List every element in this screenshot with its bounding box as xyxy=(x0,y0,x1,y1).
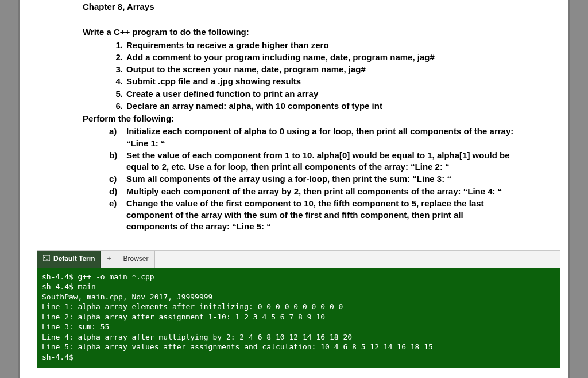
list-text: Set the value of each component from 1 t… xyxy=(126,150,510,172)
numbered-list: 1.Requirements to receive a grade higher… xyxy=(37,40,551,112)
chapter-title: Chapter 8, Arrays xyxy=(37,0,551,13)
terminal-line: Line 3: sum: 55 xyxy=(42,322,109,331)
list-item: 4.Submit .cpp file and a .jpg showing re… xyxy=(111,76,551,87)
terminal-output[interactable]: sh-4.4$ g++ -o main *.cpp sh-4.4$ main S… xyxy=(37,268,560,368)
list-text: Change the value of the first component … xyxy=(126,198,484,232)
list-text: Requirements to receive a grade higher t… xyxy=(126,40,329,50)
terminal-line: sh-4.4$ xyxy=(42,353,74,361)
list-text: Submit .cpp file and a .jpg showing resu… xyxy=(126,76,301,86)
perform-heading: Perform the following: xyxy=(37,113,551,124)
terminal-line: Line 1: alpha array elements after inita… xyxy=(42,302,343,311)
tab-label: Default Term xyxy=(53,254,95,263)
plus-icon: + xyxy=(107,254,111,263)
list-marker: 3. xyxy=(111,64,123,75)
tab-label: Browser xyxy=(123,254,148,263)
list-text: Declare an array named: alpha, with 10 c… xyxy=(126,101,382,111)
terminal-line: sh-4.4$ main xyxy=(42,282,96,291)
terminal-window: Default Term + Browser sh-4.4$ g++ -o ma… xyxy=(37,250,560,369)
list-text: Multiply each component of the array by … xyxy=(126,186,502,196)
tab-browser[interactable]: Browser xyxy=(117,251,154,268)
list-marker: 6. xyxy=(111,100,123,112)
list-text: Initialize each component of alpha to 0 … xyxy=(126,126,513,147)
list-marker: 2. xyxy=(111,52,123,63)
list-item: d)Multiply each component of the array b… xyxy=(99,186,517,197)
list-item: 3.Output to the screen your name, date, … xyxy=(111,64,551,75)
terminal-line: Line 2: alpha array after assignment 1-1… xyxy=(42,313,325,321)
tab-add-button[interactable]: + xyxy=(101,251,117,268)
lettered-list: a)Initialize each component of alpha to … xyxy=(37,126,551,232)
terminal-line: sh-4.4$ g++ -o main *.cpp xyxy=(42,272,154,281)
list-marker: e) xyxy=(109,198,117,209)
tab-default-term[interactable]: Default Term xyxy=(37,251,101,268)
terminal-line: Line 5: alpha array values after assignm… xyxy=(42,342,433,351)
list-item: 6.Declare an array named: alpha, with 10… xyxy=(111,100,551,112)
list-item: e)Change the value of the first componen… xyxy=(99,198,517,233)
list-marker: c) xyxy=(109,173,117,185)
list-text: Sum all components of the array using a … xyxy=(126,174,451,184)
list-text: Add a comment to your program including … xyxy=(126,52,435,62)
terminal-line: Line 4: alpha array after multiplying by… xyxy=(42,333,352,341)
list-item: 5.Create a user defined function to prin… xyxy=(111,88,551,100)
list-item: c)Sum all components of the array using … xyxy=(99,173,517,185)
list-item: 2.Add a comment to your program includin… xyxy=(111,52,551,63)
list-text: Create a user defined function to print … xyxy=(126,89,318,99)
list-item: a)Initialize each component of alpha to … xyxy=(99,126,517,149)
list-marker: 1. xyxy=(111,40,123,51)
terminal-line: SouthPaw, main.cpp, Nov 2017, J9999999 xyxy=(42,293,212,301)
svg-rect-0 xyxy=(43,255,50,261)
terminal-tab-bar: Default Term + Browser xyxy=(37,251,560,268)
terminal-icon xyxy=(43,255,50,263)
list-marker: a) xyxy=(109,126,117,137)
list-marker: d) xyxy=(109,186,117,197)
list-item: 1.Requirements to receive a grade higher… xyxy=(111,40,551,51)
list-marker: 5. xyxy=(111,88,123,100)
list-marker: 4. xyxy=(111,76,123,87)
document-page: Chapter 8, Arrays Write a C++ program to… xyxy=(18,0,570,378)
list-marker: b) xyxy=(109,150,117,161)
intro-text: Write a C++ program to do the following: xyxy=(37,26,551,38)
list-item: b)Set the value of each component from 1… xyxy=(99,150,517,173)
list-text: Output to the screen your name, date, pr… xyxy=(126,64,366,74)
